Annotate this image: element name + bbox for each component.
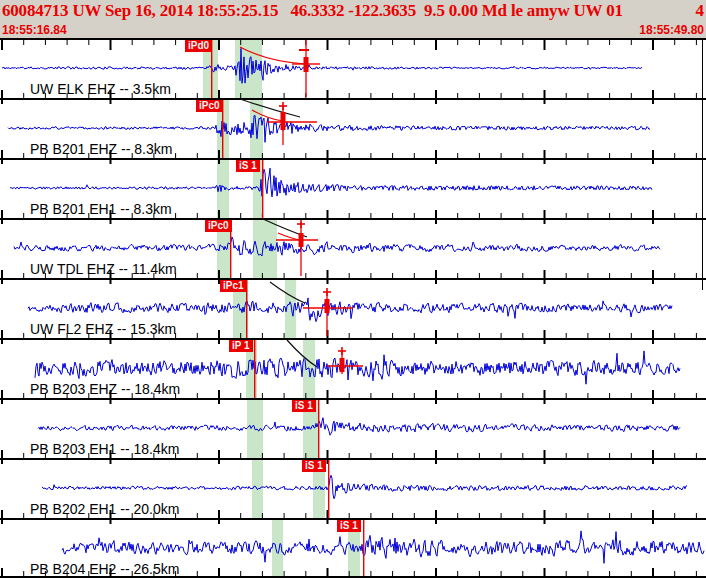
station-label: UW ELK EHZ -- 3.5km (30, 81, 171, 97)
event-summary-text: 60084713 UW Sep 16, 2014 18:55:25.15 46.… (2, 1, 623, 21)
phase-flag[interactable]: iS 1 (302, 460, 326, 472)
station-label: PB B202 EH1 -- 20.0km (30, 501, 179, 517)
phase-flag[interactable]: iPd0 (185, 40, 212, 52)
station-label: PB B204 EH2 -- 26.5km (30, 561, 179, 577)
window-start-time: 18:55:16.84 (2, 23, 67, 37)
phase-flag[interactable]: iS 1 (236, 160, 260, 172)
event-header-bar: 60084713 UW Sep 16, 2014 18:55:25.15 46.… (0, 0, 706, 38)
phase-flag[interactable]: iPc0 (196, 100, 223, 112)
phase-flag[interactable]: iS 1 (292, 400, 316, 412)
phase-flag[interactable]: iS 1 (337, 520, 361, 532)
station-label: UW FL2 EHZ -- 15.3km (30, 321, 176, 337)
station-label: PB B201 EH1 -- 8.3km (30, 201, 172, 217)
station-label: UW TDL EHZ -- 11.4km (30, 261, 177, 277)
station-label: PB B201 EHZ -- 8.3km (30, 141, 172, 157)
event-summary-right: 4 (696, 1, 705, 21)
phase-flag[interactable]: iPc0 (205, 220, 232, 232)
station-label: PB B203 EH1 -- 18.4km (30, 441, 179, 457)
phase-flag[interactable]: iP 1 (229, 340, 253, 352)
window-end-time: 18:55:49.80 (639, 23, 704, 37)
station-label: PB B203 EHZ -- 18.4km (30, 381, 180, 397)
phase-flag[interactable]: iPc1 (220, 280, 247, 292)
seismogram-review-window: 60084713 UW Sep 16, 2014 18:55:25.15 46.… (0, 0, 706, 578)
